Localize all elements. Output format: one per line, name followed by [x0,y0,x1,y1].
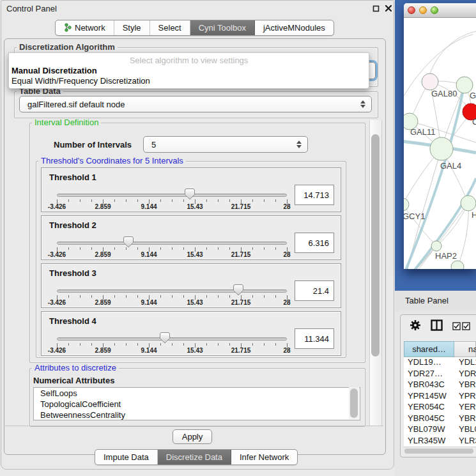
algorithm-placeholder-option[interactable]: Select algorithm to view settings [9,56,369,65]
slider-tick [218,199,219,202]
close-icon[interactable] [385,4,392,12]
slider-tick [229,295,230,298]
attribute-list-item[interactable]: TopologicalCoefficient [34,399,360,410]
slider-tick-label: 2.859 [95,347,111,354]
number-of-intervals-combobox[interactable]: 5 [143,136,308,153]
slider-tick [91,247,92,250]
column-header-shared-name[interactable]: shared… [404,341,454,357]
slider-tick-label: -3.426 [48,347,66,354]
tab-discretize-data[interactable]: Discretize Data [158,450,231,464]
threshold-slider-track[interactable] [57,242,287,245]
network-node-label: GAL4 [440,161,461,171]
threshold-panel: Threshold 1-3.4262.8599.14415.4321.71528 [41,167,341,212]
threshold-value-field[interactable] [295,280,334,301]
zoom-traffic-light-icon[interactable] [431,6,438,14]
tab-network[interactable]: Network [56,20,114,35]
algorithm-option-equal-width[interactable]: Equal Width/Frequency Discretization [12,76,150,86]
threshold-slider-track[interactable] [57,289,287,293]
checkbox-icon[interactable] [452,322,461,330]
slider-tick-label: 21.715 [231,347,251,354]
combobox-stepper-icon [296,141,302,148]
number-of-intervals-label: Number of Intervals [54,140,132,150]
slider-tick [137,199,138,202]
slider-tick-label: 28 [283,251,290,258]
network-node[interactable] [422,73,438,90]
threshold-value-field[interactable] [295,328,334,349]
tab-jactivemnodules[interactable]: jActiveMNodules [255,20,334,35]
network-node[interactable] [430,137,453,160]
tab-infer-network[interactable]: Infer Network [231,450,297,464]
network-node-label: HAP2 [435,251,457,261]
threshold-value-field[interactable] [295,185,334,205]
algorithm-option-manual[interactable]: Manual Discretization [12,66,97,75]
threshold-panels: Threshold 1-3.4262.8599.14415.4321.71528… [41,167,341,356]
table-row[interactable]: YBL079WYBL0 [404,424,476,436]
split-view-icon[interactable] [431,319,443,331]
slider-tick [80,247,81,250]
slider-tick [275,199,276,202]
network-window-titlebar[interactable] [404,3,476,18]
tab-cyni-toolbox[interactable]: Cyni Toolbox [190,20,255,35]
threshold-slider-track[interactable] [57,337,287,341]
column-header-name[interactable]: na [454,341,476,357]
minimize-traffic-light-icon[interactable] [419,6,427,14]
threshold-slider-thumb[interactable] [123,236,134,248]
tab-impute-data[interactable]: Impute Data [95,450,158,464]
slider-tick-label: 21.715 [231,251,251,258]
checkbox-icon[interactable] [462,322,470,330]
table-hscrollbar-thumb[interactable] [404,449,473,454]
table-row[interactable]: YER054CYER0 [404,402,476,413]
threshold-slider-thumb[interactable] [233,284,243,296]
network-node[interactable] [404,198,409,211]
settings-scrollbar[interactable] [369,120,382,426]
control-panel-title: Control Panel [6,4,57,13]
threshold-slider-track[interactable] [57,194,287,197]
tab-style[interactable]: Style [114,20,150,35]
table-cell-name: YER0 [454,402,476,413]
network-node[interactable] [431,241,441,251]
threshold-value-field[interactable] [295,233,334,253]
table-row[interactable]: YBR045CYBR0 [404,413,476,425]
slider-tick [160,295,161,298]
attributes-list-scrollbar[interactable] [349,387,359,419]
slider-tick [252,247,253,250]
attributes-list-scrollbar-thumb[interactable] [350,388,358,418]
gear-icon[interactable] [409,319,422,332]
settings-scrollbar-thumb[interactable] [371,134,380,357]
slider-tick [183,247,184,250]
network-node[interactable] [451,261,464,269]
apply-button[interactable]: Apply [173,429,212,444]
table-row[interactable]: YPR145WYPR1 [404,391,476,403]
numerical-attributes-list[interactable]: SelfLoopsTopologicalCoefficientBetweenne… [33,387,360,420]
attribute-list-item[interactable]: BetweennessCentrality [34,410,360,420]
slider-tick [264,199,265,202]
threshold-slider-thumb[interactable] [160,332,170,344]
threshold-slider-thumb[interactable] [185,188,195,200]
table-hscrollbar[interactable] [403,447,476,455]
tab-label: Impute Data [104,452,149,462]
combobox-stepper-icon [360,100,365,108]
network-canvas[interactable]: GAL80GACGAL11GAL4GCY1HHAP2 [404,17,476,269]
slider-tick-label: -3.426 [48,203,66,210]
table-row[interactable]: YLR345WYLR3 [404,436,476,447]
threshold-panel: Threshold 4-3.4262.8599.14415.4321.71528 [41,311,341,356]
close-traffic-light-icon[interactable] [408,6,415,14]
table-data-combobox[interactable]: galFiltered.sif default node [19,96,372,112]
attribute-list-item[interactable]: SelfLoops [34,388,360,399]
table-cell-name: YLR3 [454,436,476,447]
tab-select[interactable]: Select [150,20,190,35]
table-row[interactable]: YDL19…YDL1 [404,357,476,369]
discretization-algorithm-group-title: Discretization Algorithm [17,43,118,52]
table-row[interactable]: YDR27…YDR2 [404,369,476,380]
tab-label: Infer Network [240,452,289,462]
network-edge [430,31,476,73]
tab-label: jActiveMNodules [263,23,325,33]
slider-tick-label: 21.715 [231,299,251,306]
slider-tick [137,343,138,346]
slider-tick-label: 9.144 [141,299,157,306]
float-window-icon[interactable] [372,5,380,12]
slider-tick [80,295,81,298]
table-row[interactable]: YBR043CYBR0 [404,380,476,391]
slider-tick [126,295,127,298]
network-node[interactable] [461,196,476,211]
